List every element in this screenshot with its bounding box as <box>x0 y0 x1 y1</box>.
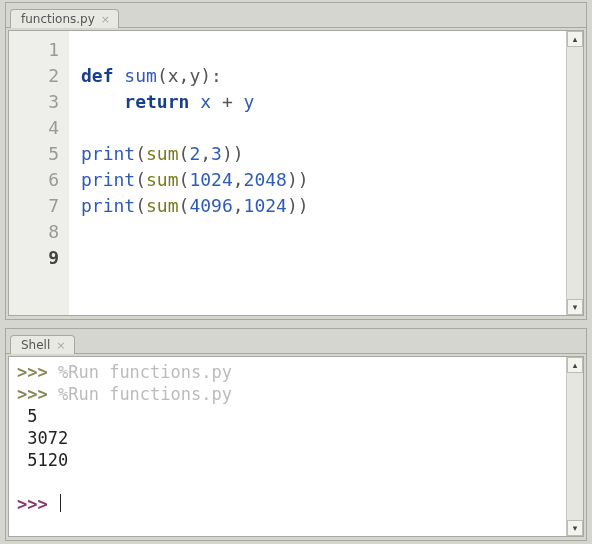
editor-panel: functions.py × 1 2 3 4 5 6 7 8 9 def sum… <box>5 2 587 320</box>
tab-functions[interactable]: functions.py × <box>10 9 119 28</box>
scroll-up-icon[interactable]: ▴ <box>567 31 583 47</box>
line-number: 2 <box>9 63 69 89</box>
shell-panel: Shell × >>> %Run functions.py >>> %Run f… <box>5 328 587 541</box>
editor-scrollbar[interactable]: ▴ ▾ <box>566 31 583 315</box>
scroll-down-icon[interactable]: ▾ <box>567 299 583 315</box>
shell-tabbar: Shell × <box>6 329 586 354</box>
close-icon[interactable]: × <box>101 14 110 25</box>
shell-output-line: 3072 <box>27 428 68 448</box>
line-number: 3 <box>9 89 69 115</box>
shell-output-line: 5120 <box>27 450 68 470</box>
line-number: 5 <box>9 141 69 167</box>
shell-textarea[interactable]: >>> %Run functions.py >>> %Run functions… <box>9 357 567 536</box>
line-number: 1 <box>9 37 69 63</box>
shell-prompt: >>> <box>17 494 48 514</box>
line-number: 6 <box>9 167 69 193</box>
scroll-down-icon[interactable]: ▾ <box>567 520 583 536</box>
tab-label: Shell <box>21 339 50 351</box>
line-number: 7 <box>9 193 69 219</box>
line-number: 8 <box>9 219 69 245</box>
line-number-current: 9 <box>9 245 69 271</box>
close-icon[interactable]: × <box>56 340 65 351</box>
shell-output-line: 5 <box>27 406 37 426</box>
scroll-up-icon[interactable]: ▴ <box>567 357 583 373</box>
code-textarea[interactable]: def sum(x,y): return x + y print(sum(2,3… <box>69 31 567 315</box>
line-number: 4 <box>9 115 69 141</box>
tab-shell[interactable]: Shell × <box>10 335 75 354</box>
editor-body: 1 2 3 4 5 6 7 8 9 def sum(x,y): return x… <box>8 30 584 316</box>
line-gutter: 1 2 3 4 5 6 7 8 9 <box>9 31 69 315</box>
shell-scrollbar[interactable]: ▴ ▾ <box>566 357 583 536</box>
editor-tabbar: functions.py × <box>6 3 586 28</box>
caret-icon <box>60 494 61 512</box>
tab-label: functions.py <box>21 13 95 25</box>
shell-body-wrap: >>> %Run functions.py >>> %Run functions… <box>8 356 584 537</box>
